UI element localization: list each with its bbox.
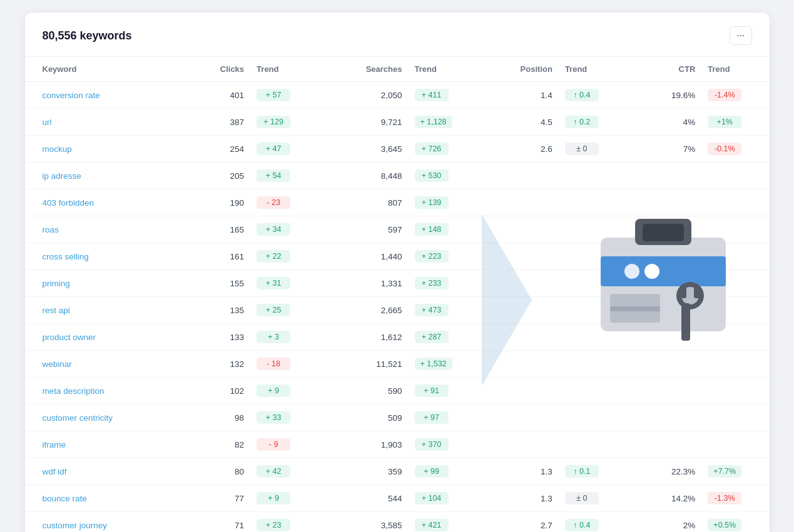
searches-trend-cell: + 370 xyxy=(409,431,491,458)
ctr-trend-cell xyxy=(701,270,769,297)
searches-trend-badge: + 726 xyxy=(415,143,449,155)
position-value xyxy=(491,163,559,189)
clicks-value: 80 xyxy=(190,458,250,485)
clicks-value: 102 xyxy=(190,378,250,404)
searches-trend-cell: + 287 xyxy=(409,324,491,351)
keyword-link[interactable]: bounce rate xyxy=(43,494,87,503)
clicks-trend-badge: + 57 xyxy=(257,89,290,101)
ctr-trend-cell: -0.1% xyxy=(701,136,769,163)
keyword-link[interactable]: priming xyxy=(43,279,70,288)
clicks-value: 401 xyxy=(190,82,250,109)
searches-trend-cell: + 104 xyxy=(409,485,491,512)
searches-trend-badge: + 97 xyxy=(415,411,449,424)
position-trend-cell xyxy=(559,243,641,270)
table-row: customer journey71+ 233,585+ 4212.7↑ 0.4… xyxy=(25,512,770,533)
col-header-trend1: Trend xyxy=(250,57,333,82)
keyword-cell: webinar xyxy=(25,351,190,378)
keyword-link[interactable]: 403 forbidden xyxy=(43,198,94,208)
keyword-link[interactable]: webinar xyxy=(43,359,72,369)
keyword-link[interactable]: roas xyxy=(43,225,59,234)
clicks-trend-badge: + 31 xyxy=(257,277,290,289)
ctr-value: 7% xyxy=(641,136,701,163)
ctr-trend-badge: -1.3% xyxy=(708,492,741,504)
ctr-value xyxy=(641,163,701,189)
ctr-trend-cell: +0.5% xyxy=(701,512,769,533)
keyword-link[interactable]: meta description xyxy=(43,386,104,396)
clicks-trend-cell: + 31 xyxy=(250,270,333,297)
clicks-trend-cell: + 9 xyxy=(250,378,333,404)
clicks-trend-cell: - 9 xyxy=(250,431,333,458)
searches-value: 3,645 xyxy=(333,136,408,163)
keyword-cell: iframe xyxy=(25,431,190,458)
keyword-link[interactable]: customer centricity xyxy=(43,413,113,423)
clicks-value: 165 xyxy=(190,216,250,243)
col-header-position: Position xyxy=(491,57,559,82)
keyword-link[interactable]: iframe xyxy=(43,440,66,449)
searches-trend-badge: + 370 xyxy=(415,438,449,451)
searches-trend-badge: + 1,128 xyxy=(415,116,452,128)
searches-trend-badge: + 148 xyxy=(415,223,449,236)
searches-trend-cell: + 473 xyxy=(409,297,491,324)
table-row: cross selling161+ 221,440+ 223 xyxy=(25,243,770,270)
searches-value: 1,331 xyxy=(333,270,408,297)
table-row: customer centricity98+ 33509+ 97 xyxy=(25,404,770,431)
more-options-button[interactable]: ··· xyxy=(730,26,751,45)
clicks-trend-cell: + 34 xyxy=(250,216,333,243)
ctr-trend-cell xyxy=(701,243,769,270)
ctr-value: 4% xyxy=(641,109,701,136)
searches-value: 509 xyxy=(333,404,408,431)
col-header-trend3: Trend xyxy=(559,57,641,82)
keyword-link[interactable]: cross selling xyxy=(43,252,89,261)
ctr-value xyxy=(641,297,701,324)
clicks-trend-cell: + 3 xyxy=(250,324,333,351)
ctr-value xyxy=(641,189,701,216)
table-header-row: Keyword Clicks Trend Searches Trend Posi… xyxy=(25,57,770,82)
keyword-cell: conversion rate xyxy=(25,82,190,109)
position-trend-badge: ↑ 0.1 xyxy=(565,465,599,478)
searches-value: 1,440 xyxy=(333,243,408,270)
keyword-link[interactable]: conversion rate xyxy=(43,91,100,100)
clicks-trend-badge: + 42 xyxy=(257,465,290,478)
keyword-link[interactable]: wdf idf xyxy=(43,467,67,476)
ctr-trend-badge: -1.4% xyxy=(708,89,741,101)
keyword-cell: ip adresse xyxy=(25,163,190,189)
keyword-cell: rest api xyxy=(25,297,190,324)
clicks-trend-cell: + 129 xyxy=(250,109,333,136)
ctr-trend-cell xyxy=(701,324,769,351)
table-row: 403 forbidden190- 23807+ 139 xyxy=(25,189,770,216)
keyword-link[interactable]: url xyxy=(43,118,52,127)
keyword-link[interactable]: mockup xyxy=(43,144,72,154)
searches-value: 2,665 xyxy=(333,297,408,324)
clicks-trend-badge: + 9 xyxy=(257,384,290,397)
position-trend-cell xyxy=(559,404,641,431)
keyword-link[interactable]: ip adresse xyxy=(43,171,81,181)
searches-trend-badge: + 99 xyxy=(415,465,449,478)
clicks-trend-cell: + 42 xyxy=(250,458,333,485)
position-trend-cell: ↑ 0.4 xyxy=(559,512,641,533)
keyword-link[interactable]: customer journey xyxy=(43,521,108,530)
ctr-value xyxy=(641,378,701,404)
position-trend-cell xyxy=(559,270,641,297)
searches-trend-badge: + 104 xyxy=(415,492,449,504)
ctr-trend-cell xyxy=(701,378,769,404)
keyword-link[interactable]: product owner xyxy=(43,333,96,342)
clicks-trend-cell: + 54 xyxy=(250,163,333,189)
ctr-value xyxy=(641,216,701,243)
searches-trend-cell: + 411 xyxy=(409,82,491,109)
clicks-value: 132 xyxy=(190,351,250,378)
ctr-trend-cell xyxy=(701,189,769,216)
position-trend-badge: ↑ 0.2 xyxy=(565,116,599,128)
keyword-link[interactable]: rest api xyxy=(43,306,70,315)
ctr-trend-cell: -1.4% xyxy=(701,82,769,109)
ctr-value xyxy=(641,324,701,351)
keyword-cell: mockup xyxy=(25,136,190,163)
clicks-trend-badge: + 34 xyxy=(257,223,290,236)
position-value xyxy=(491,404,559,431)
ctr-trend-cell xyxy=(701,351,769,378)
clicks-trend-badge: + 25 xyxy=(257,304,290,316)
searches-value: 359 xyxy=(333,458,408,485)
searches-trend-badge: + 223 xyxy=(415,250,449,263)
ctr-value: 22.3% xyxy=(641,458,701,485)
col-header-trend4: Trend xyxy=(701,57,769,82)
searches-trend-badge: + 139 xyxy=(415,196,449,209)
